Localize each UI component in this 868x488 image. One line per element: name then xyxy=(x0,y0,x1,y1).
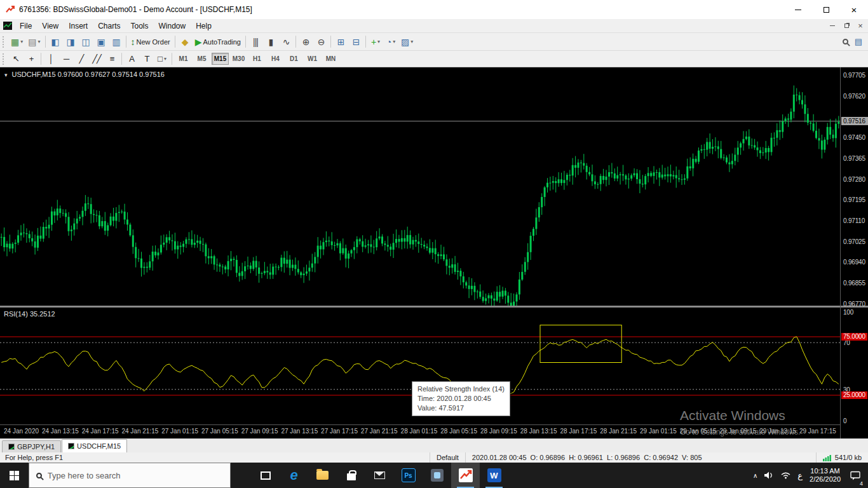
periods-button[interactable]: ◔ ▾ xyxy=(383,34,398,49)
status-help-text: For Help, press F1 xyxy=(0,454,430,461)
taskbar-search[interactable] xyxy=(29,463,231,488)
language-indicator[interactable]: ع xyxy=(797,471,803,480)
crosshair-button[interactable]: + xyxy=(24,51,39,66)
channel-button[interactable]: ╱╱ xyxy=(89,51,104,66)
search-icon[interactable] xyxy=(843,39,848,44)
zoom-out-button[interactable]: ⊖ xyxy=(313,34,329,49)
horizontal-line-button[interactable]: ─ xyxy=(58,51,74,66)
mt4-app-icon xyxy=(5,4,15,15)
rsi-axis-label: 0 xyxy=(843,417,846,424)
maximize-button[interactable] xyxy=(812,0,840,19)
task-view-icon xyxy=(261,471,271,480)
file-explorer-icon xyxy=(316,471,329,480)
task-view-button[interactable] xyxy=(251,463,280,488)
child-restore-button[interactable] xyxy=(840,21,853,31)
price-axis[interactable]: 0.975160.977050.976200.974500.973650.972… xyxy=(840,67,868,438)
edge-button[interactable]: e xyxy=(280,463,308,488)
start-button[interactable] xyxy=(0,463,29,488)
volume-icon[interactable] xyxy=(764,471,774,479)
time-label-27-jan-17-15: 27 Jan 17:15 xyxy=(321,428,358,435)
autotrading-button[interactable]: ▶ AutoTrading xyxy=(193,34,243,49)
time-label-27-jan-01-15: 27 Jan 01:15 xyxy=(161,428,198,435)
text-button[interactable]: A xyxy=(124,51,139,66)
tf-button-m30[interactable]: M30 xyxy=(230,53,247,65)
tab-gbpjpy-h1[interactable]: GBPJPY,H1 xyxy=(2,440,61,452)
cursor-button[interactable]: ↖ xyxy=(8,51,24,66)
new-chart-button[interactable]: ▦ ▾ xyxy=(8,34,25,49)
menu-item-help[interactable]: Help xyxy=(191,20,217,32)
tf-button-w1[interactable]: W1 xyxy=(304,53,321,65)
chart-tabbar: GBPJPY,H1 USDCHF,M15 xyxy=(0,438,868,452)
new-order-button[interactable]: ↕ New Order xyxy=(128,34,173,49)
minimize-button[interactable] xyxy=(784,0,812,19)
app-button-misc[interactable] xyxy=(423,463,451,488)
metaeditor-button[interactable]: ◆ xyxy=(177,34,193,49)
file-explorer-button[interactable] xyxy=(308,463,337,488)
close-button[interactable]: × xyxy=(840,0,868,19)
indicators-button[interactable]: + ▾ xyxy=(368,34,383,49)
network-icon[interactable] xyxy=(781,471,790,479)
photoshop-button[interactable]: Ps xyxy=(394,463,423,488)
menu-item-insert[interactable]: Insert xyxy=(64,20,93,32)
text-label-button[interactable]: T xyxy=(139,51,154,66)
tf-button-mn[interactable]: MN xyxy=(322,53,339,65)
tf-button-d1[interactable]: D1 xyxy=(285,53,302,65)
fibonacci-button[interactable]: ≡ xyxy=(104,51,119,66)
time-label-24-jan-17-15: 24 Jan 17:15 xyxy=(82,428,119,435)
data-window-button[interactable]: ◨ xyxy=(63,34,78,49)
line-chart-button[interactable]: ∿ xyxy=(278,34,294,49)
time-label-24-jan-13-15: 24 Jan 13:15 xyxy=(42,428,79,435)
tf-button-h4[interactable]: H4 xyxy=(267,53,284,65)
child-minimize-button[interactable] xyxy=(826,21,839,31)
time-label-27-jan-09-15: 27 Jan 09:15 xyxy=(241,428,278,435)
action-center-button[interactable]: 4 xyxy=(848,463,863,488)
cascade-windows-button[interactable]: ⊟ xyxy=(348,34,363,49)
tf-button-h1[interactable]: H1 xyxy=(248,53,266,65)
mail-button[interactable] xyxy=(365,463,394,488)
strategy-tester-button[interactable]: ▥ xyxy=(109,34,124,49)
menu-item-view[interactable]: View xyxy=(37,20,64,32)
time-label-28-jan-13-15: 28 Jan 13:15 xyxy=(520,428,557,435)
vertical-line-button[interactable]: │ xyxy=(43,51,58,66)
menu-item-window[interactable]: Window xyxy=(154,20,191,32)
tf-button-m15[interactable]: M15 xyxy=(212,53,229,65)
child-restore-icon xyxy=(844,24,849,28)
one-click-trading-arrow[interactable]: ▾ xyxy=(4,72,8,78)
toolbar-grip[interactable] xyxy=(3,53,5,65)
templates-button[interactable]: ▨ ▾ xyxy=(398,34,416,49)
terminal-button[interactable]: ▣ xyxy=(93,34,109,49)
mt4-taskbar-button[interactable] xyxy=(451,463,480,488)
word-button[interactable]: W xyxy=(480,463,508,488)
current-price-label: 0.97516 xyxy=(841,117,868,125)
tab-usdchf-m15[interactable]: USDCHF,M15 xyxy=(62,439,127,452)
trendline-button[interactable]: ╱ xyxy=(74,51,89,66)
store-button[interactable] xyxy=(337,463,365,488)
toolbar-grip[interactable] xyxy=(3,36,5,48)
taskbar-clock[interactable]: 10:13 AM 2/26/2020 xyxy=(810,467,841,484)
navigator-button[interactable]: ◫ xyxy=(78,34,93,49)
profiles-button[interactable]: ▤ ▾ xyxy=(25,34,43,49)
system-tray: ∧ ع 10:13 AM 2/26/2020 4 xyxy=(748,463,868,488)
shapes-button[interactable]: □ ▾ xyxy=(154,51,170,66)
tf-button-m1[interactable]: M1 xyxy=(175,53,192,65)
edge-icon: e xyxy=(290,468,297,482)
zoom-in-button[interactable]: ⊕ xyxy=(298,34,313,49)
tray-chevron-icon[interactable]: ∧ xyxy=(753,472,757,479)
mt4-window: 6761356: BDSwissGlobal-Demo01 - Demo Acc… xyxy=(0,0,868,463)
menu-item-charts[interactable]: Charts xyxy=(93,20,125,32)
search-input[interactable] xyxy=(48,471,223,480)
chart-shift-icon[interactable]: ▤ xyxy=(855,37,862,46)
candlestick-chart-button[interactable]: ▮ xyxy=(263,34,278,49)
menu-item-tools[interactable]: Tools xyxy=(126,20,154,32)
market-watch-button[interactable]: ◧ xyxy=(48,34,63,49)
tile-windows-button[interactable]: ⊞ xyxy=(333,34,348,49)
bar-chart-button[interactable]: ||| xyxy=(248,34,263,49)
chart-area[interactable]: ▾USDCHF,M15 0.97600 0.97627 0.97514 0.97… xyxy=(0,67,868,438)
mt4-icon xyxy=(459,468,473,482)
tf-button-m5[interactable]: M5 xyxy=(193,53,210,65)
connection-signal-icon xyxy=(823,454,832,461)
child-close-button[interactable]: × xyxy=(854,21,867,31)
price-chart-canvas[interactable] xyxy=(0,67,840,306)
menu-item-file[interactable]: File xyxy=(15,20,37,32)
start-icon xyxy=(10,471,19,480)
